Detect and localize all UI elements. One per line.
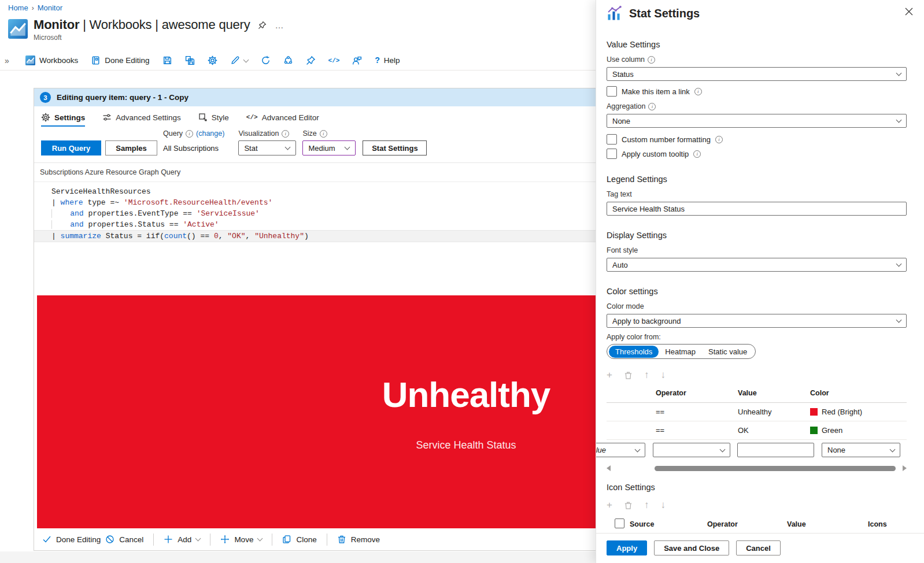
divider [272, 534, 272, 546]
size-dropdown[interactable]: Medium [302, 140, 356, 155]
chevron-down-icon [720, 446, 726, 452]
pin-icon [306, 55, 316, 65]
panel-header: Stat Settings [607, 0, 907, 21]
visualization-dropdown[interactable]: Stat [238, 140, 296, 155]
pill-heatmap[interactable]: Heatmap [659, 346, 702, 358]
color-mode-dropdown[interactable]: Apply to background [607, 314, 907, 328]
breadcrumb: Home › Monitor [8, 3, 62, 12]
scroll-right-icon[interactable] [903, 465, 907, 471]
code-icon: </> [328, 57, 340, 64]
done-editing-button[interactable]: Done Editing [42, 535, 101, 544]
remove-button[interactable]: Remove [337, 535, 380, 544]
clone-button[interactable]: Clone [282, 535, 316, 544]
chevron-down-icon[interactable] [243, 57, 249, 62]
breadcrumb-separator-icon: › [32, 4, 34, 12]
apply-button[interactable]: Apply [607, 540, 647, 555]
pill-static-value[interactable]: Static value [702, 346, 753, 358]
delete-row-icon[interactable] [624, 371, 633, 380]
use-column-label: Use columni [607, 55, 907, 64]
expand-toolbar-icon[interactable]: » [5, 56, 25, 65]
apply-color-from-pills: Thresholds Heatmap Static value [607, 344, 756, 359]
page-subtitle: Microsoft [34, 34, 284, 42]
breadcrumb-monitor-link[interactable]: Monitor [38, 3, 62, 12]
font-style-dropdown[interactable]: Auto [607, 258, 907, 272]
run-query-button[interactable]: Run Query [41, 140, 101, 155]
divider [327, 534, 327, 546]
custom-number-checkbox[interactable] [607, 134, 617, 145]
panel-footer: Apply Save and Close Cancel [596, 533, 924, 563]
move-down-icon[interactable]: ↓ [660, 369, 666, 381]
add-button[interactable]: Add [164, 535, 200, 544]
select-all-checkbox[interactable] [615, 518, 624, 528]
move-down-icon[interactable]: ↓ [660, 499, 666, 511]
chevron-down-icon [345, 145, 350, 150]
pin-button[interactable] [306, 55, 316, 65]
info-icon[interactable]: i [694, 88, 702, 95]
advanced-editor-button[interactable]: </> [328, 57, 340, 64]
make-link-checkbox[interactable] [607, 86, 617, 97]
pill-thresholds[interactable]: Thresholds [609, 346, 659, 358]
stat-settings-panel: Stat Settings Value Settings Use columni… [596, 0, 924, 563]
chevron-down-icon [195, 536, 201, 542]
value-settings-heading: Value Settings [607, 40, 907, 49]
info-icon[interactable]: i [320, 130, 327, 138]
help-button[interactable]: ? Help [375, 56, 400, 65]
tab-advanced-settings[interactable]: Advanced Settings [102, 106, 181, 128]
info-icon[interactable]: i [715, 136, 723, 143]
close-icon[interactable] [904, 7, 914, 16]
custom-tooltip-checkbox[interactable] [607, 149, 617, 159]
scrollbar-thumb[interactable] [655, 466, 896, 471]
settings-button[interactable] [208, 55, 217, 65]
threshold-color-dropdown[interactable]: None [822, 443, 900, 457]
info-icon[interactable]: i [648, 103, 656, 110]
save-button[interactable] [162, 55, 172, 65]
save-and-close-button[interactable]: Save and Close [654, 540, 729, 555]
tag-text-input[interactable]: Service Health Status [607, 202, 907, 216]
threshold-row[interactable]: == Unhealthy Red (Bright) [607, 403, 907, 421]
threshold-scrollbar[interactable] [607, 465, 907, 472]
use-column-dropdown[interactable]: Status [607, 67, 907, 81]
info-icon[interactable]: i [186, 130, 193, 138]
icon-settings-actions: + ↑ ↓ [607, 499, 907, 511]
chevron-down-icon [896, 71, 902, 76]
threshold-operator-dropdown[interactable] [653, 443, 730, 457]
move-up-icon[interactable]: ↑ [644, 499, 649, 511]
aggregation-dropdown[interactable]: None [607, 114, 907, 128]
save-as-button[interactable] [185, 55, 195, 65]
cancel-button[interactable]: Cancel [736, 540, 781, 555]
share-button[interactable] [283, 55, 293, 65]
edit-button[interactable] [230, 55, 248, 65]
threshold-row[interactable]: == OK Green [607, 421, 907, 440]
breadcrumb-home-link[interactable]: Home [8, 3, 28, 12]
chevron-down-icon [896, 117, 902, 123]
threshold-value-input[interactable] [737, 443, 814, 457]
color-swatch-red [810, 408, 818, 416]
more-actions-icon[interactable]: … [275, 20, 284, 30]
stat-label: Service Health Status [416, 439, 516, 451]
stat-settings-button[interactable]: Stat Settings [363, 140, 427, 155]
scroll-left-icon[interactable] [607, 465, 611, 471]
page-title: Monitor | Workbooks | awesome query [34, 17, 250, 32]
info-icon[interactable]: i [282, 130, 289, 138]
toolbar-workbooks-button[interactable]: Workbooks [25, 55, 78, 65]
info-icon[interactable]: i [693, 150, 701, 158]
refresh-button[interactable] [261, 55, 271, 65]
pin-icon[interactable] [258, 21, 267, 29]
tab-style[interactable]: Style [198, 106, 229, 128]
feedback-icon [352, 55, 362, 65]
threshold-source-dropdown[interactable]: Cell value [596, 443, 645, 457]
feedback-button[interactable] [352, 55, 362, 65]
toolbar-done-editing-button[interactable]: Done Editing [91, 55, 149, 65]
workbooks-icon [25, 55, 35, 65]
add-row-icon[interactable]: + [607, 499, 612, 511]
tab-settings[interactable]: Settings [41, 106, 85, 128]
add-row-icon[interactable]: + [607, 369, 612, 381]
tab-advanced-editor[interactable]: </> Advanced Editor [246, 106, 319, 128]
cancel-button[interactable]: Cancel [105, 535, 143, 544]
samples-button[interactable]: Samples [105, 140, 157, 155]
delete-row-icon[interactable] [624, 501, 633, 510]
change-query-link[interactable]: (change) [196, 129, 224, 138]
move-up-icon[interactable]: ↑ [644, 369, 649, 381]
info-icon[interactable]: i [648, 56, 655, 64]
move-button[interactable]: Move [220, 535, 262, 544]
